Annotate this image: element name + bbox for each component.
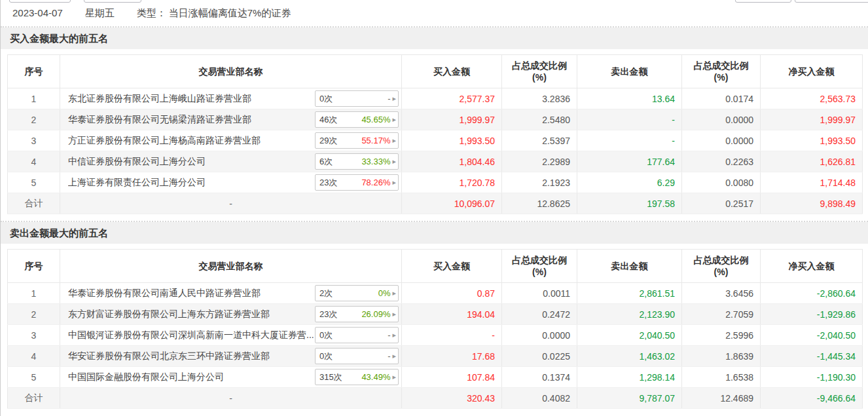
- net-buy-amount: 1,993.50: [761, 130, 863, 151]
- total-row: 合计-10,096.0712.8625197.580.25179,898.49: [8, 193, 863, 214]
- row-number: 2: [8, 304, 60, 325]
- rank-history-badge[interactable]: 23次26.09%▸: [315, 306, 399, 322]
- section-title-buy-top5: 买入金额最大的前五名: [1, 28, 868, 49]
- expand-arrow-icon: ▸: [392, 310, 396, 318]
- column-header-3: 占总成交比例 (%): [502, 55, 577, 88]
- date-type-bar: 2023-04-07星期五类型：当日涨幅偏离值达7%的证券: [1, 0, 868, 26]
- sell-top5-table: 序号交易营业部名称买入金额占总成交比例 (%)卖出金额占总成交比例 (%)净买入…: [7, 249, 863, 409]
- weekday-value: 星期五: [85, 7, 115, 18]
- column-header-4: 卖出金额: [577, 55, 682, 88]
- total-buy-ratio: 0.4082: [502, 388, 577, 409]
- broker-name-cell: 中信证券股份有限公司上海分公司6次33.33%▸: [60, 151, 402, 172]
- total-sell-amount: 9,787.07: [577, 388, 682, 409]
- sell-amount: 2,123.90: [577, 304, 682, 325]
- net-buy-amount: -2,860.64: [761, 283, 863, 304]
- buy-ratio: 3.2836: [502, 88, 577, 109]
- broker-name-cell: 中国银河证券股份有限公司深圳高新南一道中科大厦证券营...0次-▸: [60, 325, 402, 346]
- rank-history-badge[interactable]: 2次0%▸: [315, 285, 399, 301]
- times-on-list: 0次: [319, 350, 333, 362]
- expand-arrow-icon: ▸: [392, 94, 396, 103]
- sell-amount: 2,040.50: [577, 325, 682, 346]
- win-rate: 43.49%: [361, 372, 390, 382]
- broker-name: 方正证券股份有限公司上海杨高南路证券营业部: [68, 135, 315, 147]
- total-sell-ratio: 0.2517: [682, 193, 761, 214]
- type-label: 类型：: [137, 7, 166, 18]
- times-on-list: 0次: [319, 93, 333, 105]
- times-on-list: 23次: [319, 177, 337, 189]
- row-number: 1: [8, 283, 60, 304]
- sell-amount: 1,463.02: [577, 346, 682, 367]
- expand-arrow-icon: ▸: [392, 352, 396, 360]
- times-on-list: 315次: [319, 371, 342, 383]
- row-number: 5: [8, 367, 60, 388]
- rank-history-badge[interactable]: 29次55.17%▸: [315, 132, 399, 149]
- rank-history-badge[interactable]: 0次-▸: [315, 90, 399, 107]
- total-row: 合计-320.430.40829,787.0712.4689-9,466.64: [8, 388, 863, 409]
- rank-history-badge[interactable]: 0次-▸: [315, 348, 399, 364]
- rank-history-badge[interactable]: 6次33.33%▸: [315, 153, 399, 170]
- total-label: 合计: [8, 193, 60, 214]
- win-rate: 33.33%: [361, 157, 390, 166]
- total-buy-amount: 320.43: [402, 388, 502, 409]
- sell-ratio: 0.0000: [682, 130, 761, 151]
- broker-name: 华泰证券股份有限公司南通人民中路证券营业部: [68, 288, 315, 299]
- sell-ratio: 2.7059: [682, 304, 761, 325]
- column-header-2: 买入金额: [402, 55, 502, 88]
- sell-ratio: 1.6538: [682, 367, 761, 388]
- row-number: 3: [8, 325, 60, 346]
- top-partial-control-4[interactable]: [795, 0, 868, 3]
- top-partial-control-3[interactable]: [735, 0, 791, 3]
- sell-amount: 13.64: [577, 88, 682, 109]
- table-row: 1东北证券股份有限公司上海峨山路证券营业部0次-▸2,577.373.28361…: [8, 88, 863, 109]
- buy-ratio: 0.0000: [502, 325, 577, 346]
- total-buy-ratio: 12.8625: [502, 193, 577, 214]
- column-header-5: 占总成交比例 (%): [682, 250, 761, 283]
- broker-name-cell: 方正证券股份有限公司上海杨高南路证券营业部29次55.17%▸: [60, 130, 402, 151]
- rank-history-badge[interactable]: 23次78.26%▸: [315, 174, 399, 191]
- type-value: 当日涨幅偏离值达7%的证券: [169, 7, 291, 18]
- broker-name: 东北证券股份有限公司上海峨山路证券营业部: [68, 93, 315, 105]
- times-on-list: 0次: [319, 330, 333, 341]
- sell-ratio: 0.0174: [682, 88, 761, 109]
- buy-amount: 1,720.78: [402, 172, 502, 193]
- sell-ratio: 0.0080: [682, 172, 761, 193]
- sell-ratio: 0.0000: [682, 109, 761, 130]
- broker-name: 华安证券股份有限公司北京东三环中路证券营业部: [68, 350, 315, 362]
- sell-amount: 6.29: [577, 172, 682, 193]
- win-rate: 45.65%: [361, 115, 390, 124]
- row-number: 1: [8, 88, 60, 109]
- sell-ratio: 1.8639: [682, 346, 761, 367]
- row-number: 2: [8, 109, 60, 130]
- buy-amount: 17.68: [402, 346, 502, 367]
- buy-ratio: 2.1923: [502, 172, 577, 193]
- broker-name-cell: 东北证券股份有限公司上海峨山路证券营业部0次-▸: [60, 88, 402, 109]
- buy-amount: 1,999.97: [402, 109, 502, 130]
- top-partial-control-1[interactable]: [9, 0, 71, 3]
- buy-amount: 194.04: [402, 304, 502, 325]
- buy-ratio: 2.5480: [502, 109, 577, 130]
- buy-ratio: 0.2472: [502, 304, 577, 325]
- header-row: 序号交易营业部名称买入金额占总成交比例 (%)卖出金额占总成交比例 (%)净买入…: [8, 55, 863, 88]
- win-rate: 78.26%: [361, 178, 390, 187]
- expand-arrow-icon: ▸: [392, 136, 396, 145]
- total-sell-amount: 197.58: [577, 193, 682, 214]
- header-row: 序号交易营业部名称买入金额占总成交比例 (%)卖出金额占总成交比例 (%)净买入…: [8, 250, 863, 283]
- rank-history-badge[interactable]: 0次-▸: [315, 327, 399, 343]
- table-row: 4华安证券股份有限公司北京东三环中路证券营业部0次-▸17.680.02251,…: [8, 346, 863, 367]
- rank-history-badge[interactable]: 46次45.65%▸: [315, 111, 399, 128]
- top-partial-control-2[interactable]: [84, 0, 141, 3]
- total-label: 合计: [8, 388, 60, 409]
- broker-name-cell: 中国国际金融股份有限公司上海分公司315次43.49%▸: [60, 367, 402, 388]
- sell-amount: -: [577, 109, 682, 130]
- total-name: -: [60, 193, 402, 214]
- net-buy-amount: 2,563.73: [761, 88, 863, 109]
- buy-amount: 2,577.37: [402, 88, 502, 109]
- times-on-list: 2次: [319, 288, 333, 299]
- buy-ratio: 0.1374: [502, 367, 577, 388]
- net-buy-amount: 1,714.48: [761, 172, 863, 193]
- sell-ratio: 0.2263: [682, 151, 761, 172]
- expand-arrow-icon: ▸: [392, 157, 396, 166]
- column-header-1: 交易营业部名称: [60, 250, 402, 283]
- rank-history-badge[interactable]: 315次43.49%▸: [315, 369, 399, 385]
- broker-name: 中国国际金融股份有限公司上海分公司: [68, 371, 315, 383]
